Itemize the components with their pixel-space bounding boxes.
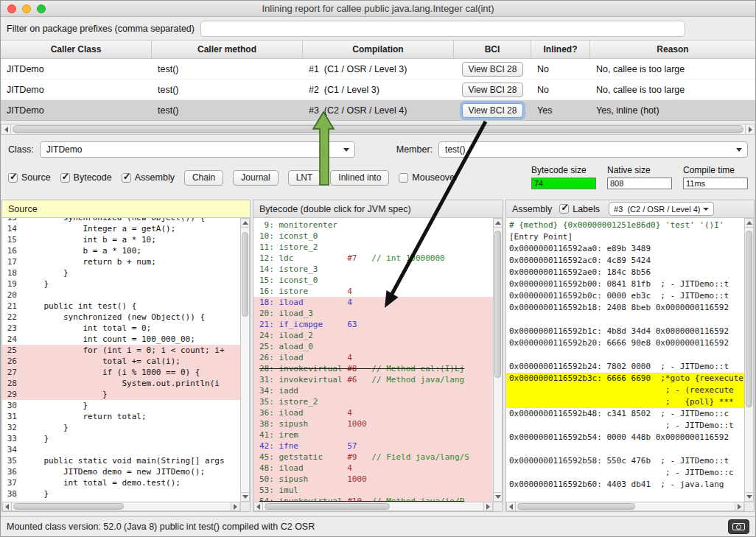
source-line[interactable]: 17 return b + num; bbox=[2, 256, 240, 267]
bytecode-line[interactable]: 42: ifne 57 bbox=[253, 441, 493, 452]
scroll-up-icon[interactable] bbox=[493, 218, 503, 228]
bytecode-line[interactable]: 28: invokevirtual #8 // Method cal:(I)Lj bbox=[253, 363, 493, 374]
table-horizontal-scrollbar[interactable] bbox=[1, 124, 755, 135]
scroll-down-icon[interactable] bbox=[744, 492, 754, 502]
source-checkbox[interactable]: Source bbox=[8, 172, 51, 183]
source-line[interactable]: 28 System.out.println(i bbox=[2, 378, 240, 389]
mouseover-checkbox[interactable]: Mouseover bbox=[399, 172, 458, 183]
assembly-horizontal-scrollbar[interactable] bbox=[506, 502, 744, 511]
scroll-down-icon[interactable] bbox=[493, 492, 503, 502]
column-header-inlined[interactable]: Inlined? bbox=[531, 41, 590, 58]
source-line[interactable]: 33 } bbox=[2, 433, 240, 444]
zoom-button[interactable] bbox=[37, 4, 46, 13]
source-line[interactable]: 15 int b = a * 10; bbox=[2, 234, 240, 245]
source-horizontal-scrollbar[interactable] bbox=[2, 502, 240, 511]
bytecode-line[interactable]: 35: istore_2 bbox=[253, 396, 493, 407]
bytecode-line[interactable]: 31: invokevirtual #6 // Method java/lang bbox=[253, 374, 493, 385]
scroll-down-icon[interactable] bbox=[240, 492, 250, 502]
source-line[interactable]: 26 total += cal(i); bbox=[2, 356, 240, 367]
member-combobox[interactable]: test() bbox=[438, 141, 748, 158]
source-line[interactable]: 14 Integer a = getA(); bbox=[2, 223, 240, 234]
source-vertical-scrollbar[interactable] bbox=[240, 218, 250, 502]
bytecode-line[interactable]: 34: iadd bbox=[253, 385, 493, 396]
bytecode-line[interactable]: 50: sipush 1000 bbox=[253, 474, 493, 485]
scrollbar-track[interactable] bbox=[240, 228, 250, 492]
scrollbar-track[interactable] bbox=[744, 228, 754, 492]
column-header-compilation[interactable]: Compilation bbox=[303, 41, 454, 58]
scroll-left-icon[interactable] bbox=[1, 124, 11, 135]
bytecode-line[interactable]: 15: iconst_0 bbox=[253, 275, 493, 286]
bytecode-line[interactable]: 41: irem bbox=[253, 429, 493, 441]
scroll-right-icon[interactable] bbox=[231, 502, 240, 511]
scroll-right-icon[interactable] bbox=[735, 502, 744, 511]
scrollbar-thumb[interactable] bbox=[517, 503, 635, 510]
bytecode-line[interactable]: 36: iload 4 bbox=[253, 407, 493, 418]
source-line[interactable]: 22 synchronized (new Object()) { bbox=[2, 312, 240, 323]
source-line[interactable]: 25 for (int i = 0; i < count; i+ bbox=[2, 345, 240, 356]
package-filter-input[interactable] bbox=[200, 21, 685, 37]
bytecode-line[interactable]: 26: iload 4 bbox=[253, 352, 493, 363]
view-bci-button[interactable]: View BCI 28 bbox=[462, 103, 524, 118]
bytecode-line[interactable]: 38: sipush 1000 bbox=[253, 418, 493, 429]
scroll-left-icon[interactable] bbox=[506, 502, 516, 511]
source-line[interactable]: 13 synchronized (new Object()) { bbox=[2, 218, 240, 223]
column-header-caller-class[interactable]: Caller Class bbox=[1, 41, 152, 58]
scrollbar-track[interactable] bbox=[263, 502, 483, 511]
source-line[interactable]: 30 } bbox=[2, 400, 240, 411]
bytecode-line[interactable]: 14: istore_3 bbox=[253, 264, 493, 275]
column-header-caller-method[interactable]: Caller method bbox=[152, 41, 303, 58]
scroll-left-icon[interactable] bbox=[2, 502, 12, 511]
scrollbar-track[interactable] bbox=[493, 228, 503, 492]
source-line[interactable]: 29 } bbox=[2, 389, 240, 400]
scrollbar-thumb[interactable] bbox=[746, 231, 752, 407]
scrollbar-thumb[interactable] bbox=[242, 232, 248, 317]
column-header-reason[interactable]: Reason bbox=[590, 41, 755, 58]
bytecode-line[interactable]: 21: if_icmpge 63 bbox=[253, 319, 493, 330]
table-row[interactable]: JITDemotest()#3 (C2 / OSR / Level 4)View… bbox=[1, 100, 755, 121]
bytecode-line[interactable]: 18: iload 4 bbox=[253, 297, 493, 308]
assembly-checkbox[interactable]: Assembly bbox=[122, 172, 175, 183]
source-line[interactable]: 20 bbox=[2, 289, 240, 301]
bytecode-checkbox[interactable]: Bytecode bbox=[60, 172, 112, 183]
scrollbar-thumb[interactable] bbox=[13, 125, 743, 133]
lnt-button[interactable]: LNT bbox=[288, 170, 321, 186]
source-line[interactable]: 34 bbox=[2, 444, 240, 455]
assembly-compilation-select[interactable]: #3 (C2 / OSR / Level 4) bbox=[609, 202, 714, 216]
close-button[interactable] bbox=[7, 4, 16, 13]
bytecode-horizontal-scrollbar[interactable] bbox=[253, 502, 493, 511]
assembly-vertical-scrollbar[interactable] bbox=[744, 218, 754, 502]
source-line[interactable]: 19 } bbox=[2, 278, 240, 289]
chain-button[interactable]: Chain bbox=[184, 170, 223, 186]
scrollbar-thumb[interactable] bbox=[494, 231, 501, 378]
source-line[interactable]: 36 JITDemo demo = new JITDemo(); bbox=[2, 466, 240, 477]
scrollbar-track[interactable] bbox=[11, 124, 745, 135]
class-combobox[interactable]: JITDemo bbox=[40, 141, 355, 158]
bytecode-vertical-scrollbar[interactable] bbox=[493, 218, 503, 502]
view-bci-button[interactable]: View BCI 28 bbox=[462, 83, 524, 97]
bytecode-line[interactable]: 12: ldc #7 // int 10000000 bbox=[253, 253, 493, 264]
source-line[interactable]: 37 int total = demo.test(); bbox=[2, 477, 240, 488]
source-line[interactable]: 16 b = a * 100; bbox=[2, 245, 240, 256]
source-line[interactable]: 24 int count = 100_000_00; bbox=[2, 334, 240, 345]
source-line[interactable]: 31 return total; bbox=[2, 411, 240, 422]
bytecode-line[interactable]: 10: iconst_0 bbox=[253, 231, 493, 242]
source-line[interactable]: 18 } bbox=[2, 267, 240, 278]
bytecode-line[interactable]: 25: aload_0 bbox=[253, 341, 493, 352]
bytecode-line[interactable]: 48: iload 4 bbox=[253, 463, 493, 474]
source-line[interactable]: 21 public int test() { bbox=[2, 301, 240, 312]
view-bci-button[interactable]: View BCI 28 bbox=[462, 62, 524, 77]
table-row[interactable]: JITDemotest()#2 (C1 / Level 3)View BCI 2… bbox=[1, 80, 755, 100]
bytecode-line[interactable]: 53: imul bbox=[253, 485, 493, 496]
source-line[interactable]: 35 public static void main(String[] args bbox=[2, 455, 240, 466]
scrollbar-thumb[interactable] bbox=[13, 503, 124, 510]
inlined-into-button[interactable]: Inlined into bbox=[330, 170, 389, 186]
source-line[interactable]: 27 if (i % 1000 == 0) { bbox=[2, 367, 240, 378]
scroll-up-icon[interactable] bbox=[240, 218, 250, 228]
minimize-button[interactable] bbox=[22, 4, 31, 13]
column-header-bci[interactable]: BCI bbox=[454, 41, 531, 58]
source-line[interactable]: 23 int total = 0; bbox=[2, 323, 240, 334]
bytecode-line[interactable]: 45: getstatic #9 // Field java/lang/S bbox=[253, 452, 493, 463]
bytecode-line[interactable]: 20: iload_3 bbox=[253, 308, 493, 319]
scroll-right-icon[interactable] bbox=[745, 124, 755, 135]
bytecode-line[interactable]: 16: istore 4 bbox=[253, 286, 493, 297]
